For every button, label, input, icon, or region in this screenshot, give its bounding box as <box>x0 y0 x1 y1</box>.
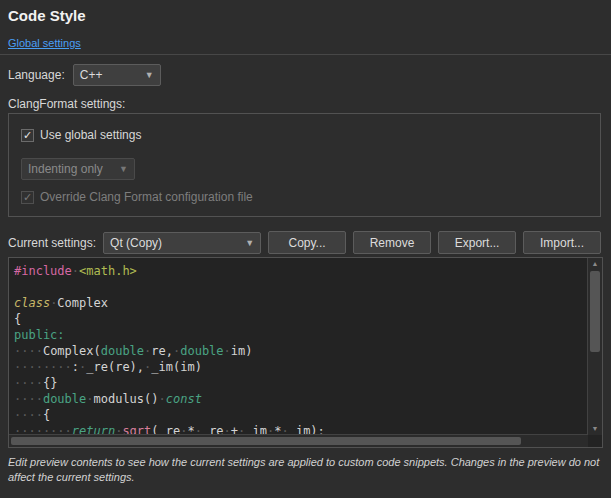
separator <box>0 54 611 55</box>
clangformat-settings-label: ClangFormat settings: <box>8 97 125 111</box>
import-button[interactable]: Import... <box>523 231 601 254</box>
clangformat-group: ✓ Use global settings Indenting only ▼ ✓… <box>8 113 601 217</box>
current-settings-label: Current settings: <box>8 236 96 250</box>
copy-button[interactable]: Copy... <box>268 231 346 254</box>
export-button[interactable]: Export... <box>438 231 516 254</box>
current-settings-row: Current settings: Qt (Copy) ▼ Copy... Re… <box>8 231 603 254</box>
language-label: Language: <box>8 68 65 82</box>
clangformat-mode-value: Indenting only <box>28 162 103 176</box>
override-clangformat-label: Override Clang Format configuration file <box>40 190 253 204</box>
chevron-down-icon: ▼ <box>245 238 254 248</box>
chevron-down-icon: ▼ <box>145 70 154 80</box>
code-preview-text[interactable]: #include·<math.h> class·Complex{public:·… <box>10 259 587 434</box>
code-line: ····Complex(double·re,·double·im) <box>14 343 587 359</box>
language-dropdown[interactable]: C++ ▼ <box>73 64 161 86</box>
language-row: Language: C++ ▼ <box>8 64 161 86</box>
checkmark-icon: ✓ <box>21 191 34 204</box>
horizontal-scrollbar-thumb[interactable] <box>11 437 521 445</box>
current-settings-dropdown[interactable]: Qt (Copy) ▼ <box>103 232 261 254</box>
code-line: ········:·_re(re),·_im(im) <box>14 359 587 375</box>
vertical-scrollbar[interactable]: ▲ ▼ <box>587 258 602 435</box>
code-line: ········return·sqrt(_re·*·_re·+·_im·*·_i… <box>14 423 587 434</box>
clangformat-mode-dropdown[interactable]: Indenting only ▼ <box>21 158 135 180</box>
scroll-up-arrow-icon[interactable]: ▲ <box>588 258 602 270</box>
use-global-settings-label: Use global settings <box>40 128 141 142</box>
language-dropdown-value: C++ <box>80 68 103 82</box>
scroll-down-arrow-icon[interactable]: ▼ <box>588 423 602 435</box>
global-settings-link[interactable]: Global settings <box>8 37 81 49</box>
code-line: { <box>14 311 587 327</box>
code-line: ····{ <box>14 407 587 423</box>
current-settings-value: Qt (Copy) <box>110 236 162 250</box>
vertical-scrollbar-thumb[interactable] <box>590 271 600 352</box>
horizontal-scrollbar[interactable] <box>9 434 588 447</box>
checkmark-icon: ✓ <box>21 129 34 142</box>
use-global-settings-checkbox[interactable]: ✓ Use global settings <box>21 128 141 142</box>
code-line <box>14 279 587 295</box>
code-line: ····{} <box>14 375 587 391</box>
code-line: #include·<math.h> <box>14 263 587 279</box>
chevron-down-icon: ▼ <box>119 164 128 174</box>
code-style-page: Code Style Global settings Language: C++… <box>0 0 611 498</box>
code-line: class·Complex <box>14 295 587 311</box>
page-title: Code Style <box>8 7 86 24</box>
code-line: public: <box>14 327 587 343</box>
remove-button[interactable]: Remove <box>353 231 431 254</box>
code-line: ····double·modulus()·const <box>14 391 587 407</box>
override-clangformat-checkbox[interactable]: ✓ Override Clang Format configuration fi… <box>21 190 253 204</box>
code-preview-editor[interactable]: #include·<math.h> class·Complex{public:·… <box>8 257 603 448</box>
footer-note: Edit preview contents to see how the cur… <box>8 455 605 485</box>
